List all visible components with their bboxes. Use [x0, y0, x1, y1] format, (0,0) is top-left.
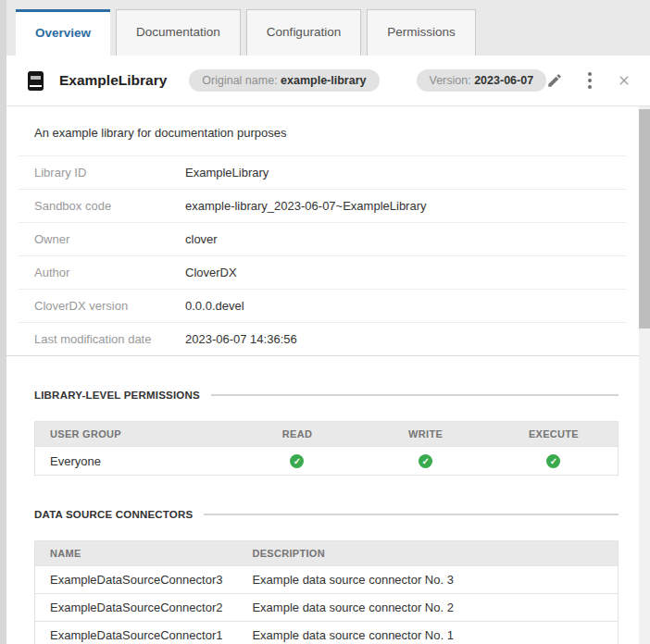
connector-description-cell: Example data source connector No. 1: [237, 622, 618, 644]
detail-row-author: Author CloverDX: [19, 255, 626, 289]
detail-label: Owner: [34, 232, 185, 246]
permissions-table-row: Everyone: [35, 447, 619, 476]
tab-bar: Overview Documentation Configuration Per…: [0, 0, 650, 56]
tab-overview[interactable]: Overview: [16, 9, 110, 56]
user-group-cell: Everyone: [35, 447, 233, 476]
permissions-section-title: LIBRARY-LEVEL PERMISSIONS: [34, 390, 200, 401]
read-permission-cell: [233, 447, 362, 476]
detail-value: 0.0.0.devel: [185, 299, 244, 313]
library-details-panel: An example library for documentation pur…: [0, 106, 650, 356]
connector-name-cell: ExampleDataSourceConnector1: [35, 622, 238, 644]
connectors-section-title: DATA SOURCE CONNECTORS: [34, 509, 193, 520]
detail-value: example-library_2023-06-07~ExampleLibrar…: [185, 199, 427, 213]
detail-label: Library ID: [34, 166, 185, 180]
connector-name-cell: ExampleDataSourceConnector3: [35, 566, 238, 594]
close-button[interactable]: [617, 73, 631, 88]
detail-value: ExampleLibrary: [185, 166, 269, 180]
overview-tab-content: An example library for documentation pur…: [0, 106, 650, 644]
detail-label: CloverDX version: [34, 299, 185, 313]
connector-row[interactable]: ExampleDataSourceConnector3 Example data…: [35, 566, 619, 594]
connectors-table: NAME DESCRIPTION ExampleDataSourceConnec…: [34, 540, 619, 644]
detail-label: Author: [34, 266, 185, 279]
column-header-read: READ: [233, 422, 362, 447]
tab-documentation[interactable]: Documentation: [116, 9, 241, 56]
vertical-scrollbar[interactable]: [639, 106, 650, 644]
connector-description-cell: Example data source connector No. 3: [237, 566, 618, 594]
kebab-menu-icon: [588, 72, 592, 89]
column-header-write: WRITE: [361, 422, 490, 447]
more-actions-button[interactable]: [588, 72, 592, 89]
execute-permission-cell: [490, 447, 619, 476]
original-name-value: example-library: [281, 74, 366, 87]
version-label: Version:: [430, 74, 471, 87]
book-icon-stripe: [30, 85, 42, 87]
column-header-execute: EXECUTE: [490, 422, 619, 447]
left-edge-strip: [0, 0, 6, 644]
detail-value: 2023-06-07 14:36:56: [185, 332, 297, 346]
connector-row[interactable]: ExampleDataSourceConnector1 Example data…: [35, 622, 619, 644]
edit-button[interactable]: [546, 72, 563, 89]
check-circle-icon: [290, 454, 304, 468]
detail-label: Sandbox code: [34, 199, 185, 213]
header-actions: [546, 72, 631, 89]
detail-label: Last modification date: [34, 332, 185, 346]
sections-area: LIBRARY-LEVEL PERMISSIONS USER GROUP REA…: [0, 390, 650, 644]
column-header-user-group: USER GROUP: [35, 422, 233, 447]
original-name-label: Original name:: [202, 74, 277, 87]
detail-row-last-modification: Last modification date 2023-06-07 14:36:…: [19, 322, 626, 355]
permissions-table-header-row: USER GROUP READ WRITE EXECUTE: [35, 422, 619, 447]
connectors-table-header-row: NAME DESCRIPTION: [35, 541, 619, 566]
column-header-name: NAME: [35, 541, 238, 566]
permissions-section-head: LIBRARY-LEVEL PERMISSIONS: [34, 390, 619, 401]
section-divider: [204, 514, 619, 515]
library-header: ExampleLibrary Original name: example-li…: [0, 56, 650, 106]
tab-configuration[interactable]: Configuration: [246, 9, 361, 56]
detail-row-library-id: Library ID ExampleLibrary: [19, 155, 626, 189]
detail-value: CloverDX: [185, 266, 237, 279]
detail-value: clover: [185, 232, 218, 246]
permissions-table: USER GROUP READ WRITE EXECUTE Everyone: [34, 421, 619, 476]
detail-row-owner: Owner clover: [19, 222, 626, 255]
scrollbar-thumb[interactable]: [639, 109, 650, 328]
write-permission-cell: [361, 447, 490, 476]
original-name-badge: Original name: example-library: [189, 69, 379, 92]
detail-row-sandbox-code: Sandbox code example-library_2023-06-07~…: [19, 189, 626, 222]
library-book-icon: [28, 71, 44, 91]
column-header-description: DESCRIPTION: [237, 541, 618, 566]
check-circle-icon: [546, 454, 560, 468]
version-badge: Version: 2023-06-07: [417, 69, 547, 92]
connector-description-cell: Example data source connector No. 2: [237, 594, 618, 622]
check-circle-icon: [419, 454, 432, 468]
connectors-section-head: DATA SOURCE CONNECTORS: [34, 509, 619, 520]
tab-permissions[interactable]: Permissions: [367, 9, 476, 56]
library-description: An example library for documentation pur…: [19, 106, 626, 155]
pencil-icon: [546, 72, 563, 89]
book-icon-stripe: [31, 76, 41, 80]
section-divider: [211, 394, 619, 396]
detail-row-cloverdx-version: CloverDX version 0.0.0.devel: [19, 289, 626, 322]
library-title: ExampleLibrary: [59, 72, 167, 89]
version-value: 2023-06-07: [474, 74, 533, 87]
connector-name-cell: ExampleDataSourceConnector2: [35, 594, 238, 622]
close-icon: [617, 73, 631, 88]
connector-row[interactable]: ExampleDataSourceConnector2 Example data…: [35, 594, 619, 622]
